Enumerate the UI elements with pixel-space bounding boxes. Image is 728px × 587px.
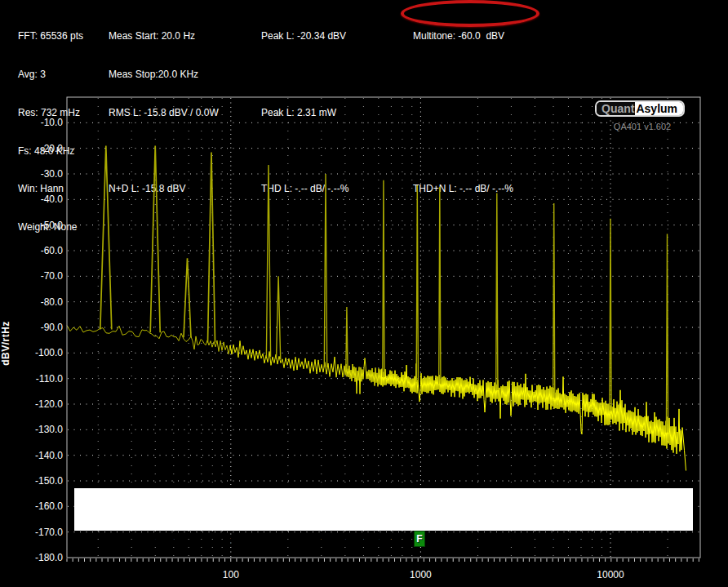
y-tick-label: -130.0 (35, 424, 63, 435)
noise-floor-trace (67, 326, 232, 354)
tone-spike (324, 174, 326, 367)
tone-spike (184, 258, 191, 337)
y-tick-label: -70.0 (41, 270, 64, 282)
tone-spike (553, 203, 555, 398)
spectrum-plot[interactable]: 100100010000-10.0-20.0-30.0-40.0-50.0-60… (0, 0, 728, 587)
y-tick-label: -30.0 (41, 168, 64, 180)
noise-floor-trace (230, 341, 382, 394)
gain-summary-overlay: L Gain: 35.02dB Peak+: 15.43dB Peak-: -1… (74, 488, 693, 531)
y-tick-label: -50.0 (41, 220, 64, 231)
tone-spike (346, 307, 348, 371)
tone-spike (610, 219, 611, 411)
y-tick-label: -170.0 (35, 527, 63, 538)
tone-spike (416, 185, 418, 382)
y-tick-label: -90.0 (41, 322, 64, 333)
logo-asylum-text: Asylum (635, 102, 683, 115)
y-tick-label: -10.0 (41, 117, 64, 128)
y-tick-label: -60.0 (41, 245, 64, 256)
tone-spike (208, 152, 215, 342)
spectrum-trace (67, 146, 686, 471)
y-tick-label: -100.0 (35, 347, 63, 358)
firmware-version-label: QA401 v1.602 (595, 122, 690, 131)
y-tick-label: -140.0 (35, 450, 63, 461)
y-tick-label: -160.0 (35, 500, 63, 512)
tone-spike (266, 165, 270, 357)
y-tick-label: -110.0 (36, 373, 63, 385)
fundamental-marker[interactable]: F (414, 531, 425, 547)
y-tick-label: -150.0 (35, 475, 63, 487)
y-tick-label: -80.0 (41, 296, 64, 308)
y-tick-label: -40.0 (41, 193, 64, 205)
tone-spike (277, 276, 281, 359)
y-tick-label: -180.0 (35, 552, 63, 563)
tone-spike (496, 193, 498, 390)
y-axis-label: dBV/rtHz (0, 301, 12, 386)
noise-floor-trace (381, 363, 686, 470)
tone-spike (150, 146, 160, 333)
logo-quant-text: Quant (597, 102, 635, 115)
tone-spike (383, 180, 384, 377)
gain-summary-left-row: L Gain: 35.02dB Peak+: 15.43dB Peak-: -1… (74, 531, 693, 551)
quantasylum-logo: Quant Asylum (595, 100, 685, 117)
tone-spike (100, 146, 112, 330)
tone-spike (439, 187, 441, 385)
y-tick-label: -120.0 (35, 398, 63, 410)
qa401-analyzer-window: FFT: 65536 pts Avg: 3 Res: 732 mHz Fs: 4… (0, 0, 728, 587)
tone-spike (666, 234, 668, 433)
y-tick-label: -20.0 (41, 143, 64, 154)
